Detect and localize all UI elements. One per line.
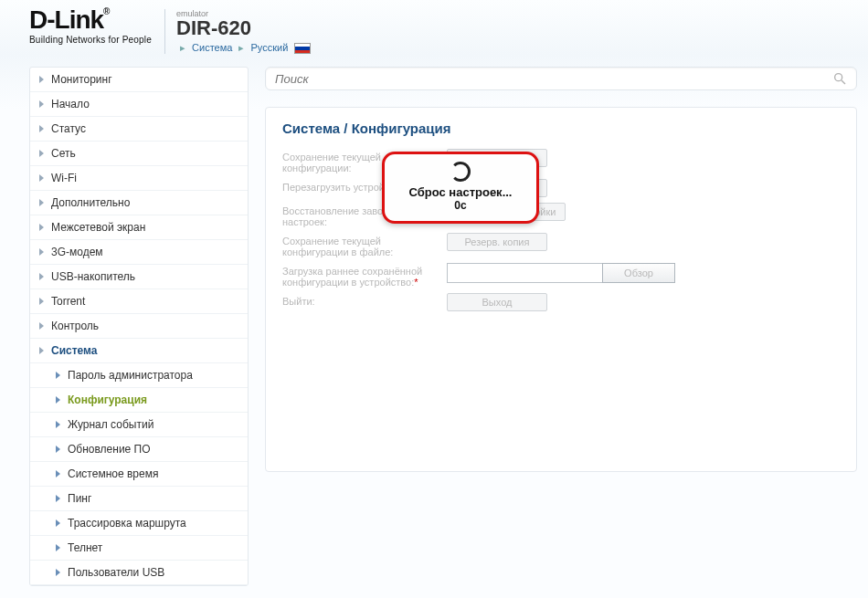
sidebar-item-3g[interactable]: 3G-модем (30, 240, 248, 265)
chevron-right-icon (39, 248, 44, 256)
row-backup: Сохранение текущей конфигурации в файле:… (282, 233, 840, 257)
chevron-right-icon (56, 421, 60, 428)
sidebar-sub-telnet[interactable]: Телнет (30, 536, 248, 561)
sidebar-sub-config[interactable]: Конфигурация (30, 388, 248, 413)
sidebar-item-label: Пинг (68, 492, 91, 505)
sidebar: Мониторинг Начало Статус Сеть Wi-Fi Допо… (29, 67, 249, 586)
chevron-right-icon (56, 372, 60, 379)
required-mark: * (414, 277, 418, 288)
chevron-right-icon: ▸ (238, 42, 244, 53)
sidebar-item-label: Контроль (51, 320, 99, 332)
chevron-right-icon (39, 174, 44, 182)
sidebar-item-start[interactable]: Начало (30, 92, 248, 117)
browse-button[interactable]: Обзор (602, 263, 675, 283)
sidebar-sub-update[interactable]: Обновление ПО (30, 437, 248, 462)
chevron-right-icon (56, 495, 60, 502)
row-save-config: Сохранение текущей конфигурации: Сохрани… (282, 149, 840, 173)
chevron-right-icon (56, 544, 60, 551)
title-section: Система (282, 121, 340, 136)
chevron-right-icon (39, 298, 44, 305)
sidebar-item-net[interactable]: Сеть (30, 142, 248, 166)
progress-modal: Сброс настроек... 0с (382, 152, 539, 224)
brand-name: D-Link® (29, 7, 152, 33)
sidebar-item-system[interactable]: Система (30, 339, 248, 363)
breadcrumb: ▸ Система ▸ Русский (176, 42, 311, 54)
file-path-field[interactable] (447, 263, 602, 283)
sidebar-item-label: Сеть (51, 147, 76, 160)
sidebar-item-torrent[interactable]: Torrent (30, 289, 248, 314)
chevron-right-icon (39, 273, 44, 280)
label-backup: Сохранение текущей конфигурации в файле: (282, 233, 447, 257)
sidebar-sub-adminpw[interactable]: Пароль администратора (30, 363, 248, 388)
chevron-right-icon (39, 322, 44, 330)
flag-ru-icon[interactable] (294, 43, 311, 54)
sidebar-sub-ping[interactable]: Пинг (30, 487, 248, 511)
main: Система / Конфигурация Сохранение текуще… (265, 67, 857, 472)
sidebar-item-label: Межсетевой экран (51, 221, 145, 234)
backup-button[interactable]: Резерв. копия (447, 233, 547, 251)
logout-button[interactable]: Выход (447, 293, 547, 311)
search-bar[interactable] (265, 67, 857, 90)
chevron-right-icon (56, 519, 60, 527)
sidebar-item-label: Обновление ПО (68, 443, 151, 456)
sidebar-item-label: Телнет (68, 541, 102, 554)
title-sub: Конфигурация (352, 121, 451, 136)
model-name: DIR-620 (176, 18, 311, 38)
sidebar-item-label: Система (51, 344, 98, 357)
sidebar-item-status[interactable]: Статус (30, 117, 248, 142)
sidebar-item-label: Дополнительно (51, 196, 130, 209)
sidebar-sub-time[interactable]: Системное время (30, 462, 248, 487)
page-title: Система / Конфигурация (282, 121, 840, 136)
search-icon (832, 71, 847, 86)
chevron-right-icon (56, 396, 60, 404)
sidebar-item-label: 3G-модем (51, 246, 103, 258)
logo: D-Link® Building Networks for People (29, 7, 152, 45)
sidebar-item-label: Трассировка маршрута (68, 517, 186, 530)
sidebar-item-label: Пароль администратора (68, 369, 193, 382)
sidebar-sub-log[interactable]: Журнал событий (30, 413, 248, 437)
row-reboot: Перезагрузить устройство: Перезагрузить (282, 179, 840, 197)
brand-text: D-Link (29, 5, 103, 34)
reg-mark: ® (103, 6, 109, 16)
sidebar-item-label: Конфигурация (68, 393, 147, 406)
header: D-Link® Building Networks for People emu… (29, 7, 857, 54)
sidebar-item-label: Мониторинг (51, 73, 112, 86)
chevron-right-icon (39, 76, 44, 83)
sidebar-item-extra[interactable]: Дополнительно (30, 191, 248, 215)
svg-line-1 (842, 80, 845, 84)
sidebar-item-firewall[interactable]: Межсетевой экран (30, 215, 248, 240)
chevron-right-icon (56, 569, 60, 576)
chevron-right-icon: ▸ (180, 42, 185, 53)
sidebar-item-monitoring[interactable]: Мониторинг (30, 68, 248, 92)
sidebar-item-label: Wi-Fi (51, 172, 77, 184)
title-sep: / (340, 121, 352, 136)
row-factory: Восстановление заводских настроек: Завод… (282, 203, 840, 227)
label-logout: Выйти: (282, 293, 447, 307)
row-logout: Выйти: Выход (282, 293, 840, 311)
sidebar-item-label: USB-накопитель (51, 270, 135, 283)
label-restore-text: Загрузка раннее сохранённой конфигурации… (282, 266, 422, 288)
chevron-right-icon (39, 224, 44, 231)
sidebar-item-control[interactable]: Контроль (30, 314, 248, 339)
sidebar-item-label: Журнал событий (68, 418, 153, 431)
crumb-language[interactable]: Русский (251, 42, 289, 53)
sidebar-sub-usbusers[interactable]: Пользователи USB (30, 561, 248, 585)
chevron-right-icon (56, 446, 60, 453)
sidebar-item-label: Начало (51, 98, 90, 110)
sidebar-item-label: Системное время (68, 467, 158, 480)
sidebar-item-wifi[interactable]: Wi-Fi (30, 166, 248, 191)
sidebar-item-label: Статус (51, 122, 86, 135)
search-input[interactable] (275, 72, 832, 86)
brand-tagline: Building Networks for People (29, 35, 152, 45)
row-restore: Загрузка раннее сохранённой конфигурации… (282, 263, 840, 288)
sidebar-item-usb[interactable]: USB-накопитель (30, 265, 248, 289)
modal-message: Сброс настроек... (394, 185, 527, 199)
sidebar-item-label: Пользователи USB (68, 566, 164, 579)
chevron-right-icon (39, 125, 44, 132)
crumb-system[interactable]: Система (192, 42, 232, 53)
sidebar-item-label: Torrent (51, 295, 85, 308)
modal-timer: 0с (394, 199, 527, 212)
spinner-icon (450, 162, 471, 182)
sidebar-sub-trace[interactable]: Трассировка маршрута (30, 511, 248, 536)
sidebar-submenu: Пароль администратора Конфигурация Журна… (30, 363, 248, 585)
